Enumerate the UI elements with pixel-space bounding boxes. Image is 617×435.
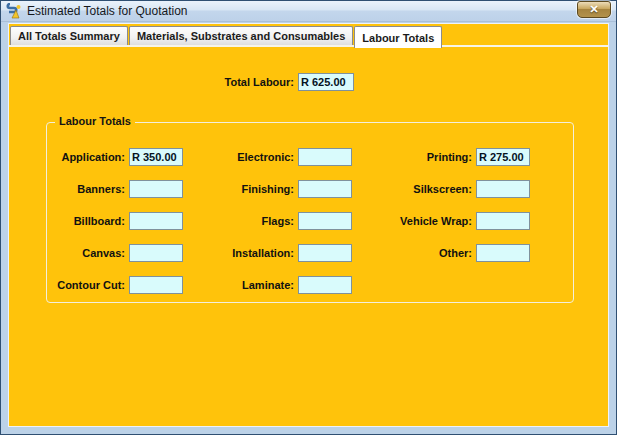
close-button[interactable]: ✕: [577, 1, 611, 18]
field-row: Contour Cut:: [53, 276, 183, 294]
labour-column-3: Printing:Silkscreen:Vehicle Wrap:Other:: [391, 148, 530, 262]
banners-field[interactable]: [129, 180, 183, 198]
labour-column-2: Electronic:Finishing:Flags:Installation:…: [217, 148, 352, 294]
field-row: Finishing:: [217, 180, 352, 198]
printing-label: Printing:: [391, 151, 472, 163]
labour-totals-groupbox-title: Labour Totals: [55, 115, 135, 127]
labour-column-1: Application:Banners:Billboard:Canvas:Con…: [53, 148, 183, 294]
silkscreen-field[interactable]: [476, 180, 530, 198]
installation-label: Installation:: [217, 247, 294, 259]
laminate-label: Laminate:: [217, 279, 294, 291]
labour-totals-tabpage: Total Labour: Labour Totals Application:…: [9, 47, 608, 426]
estimated-totals-window: Estimated Totals for Quotation ✕ All Tot…: [0, 0, 617, 435]
other-field[interactable]: [476, 244, 530, 262]
field-row: Vehicle Wrap:: [391, 212, 530, 230]
tab-materials-substrates-and-consumables[interactable]: Materials, Substrates and Consumables: [129, 26, 353, 45]
field-row: Billboard:: [53, 212, 183, 230]
canvas-field[interactable]: [129, 244, 183, 262]
finishing-label: Finishing:: [217, 183, 294, 195]
field-row: Banners:: [53, 180, 183, 198]
field-row: Electronic:: [217, 148, 352, 166]
installation-field[interactable]: [298, 244, 352, 262]
field-row: Printing:: [391, 148, 530, 166]
window-titlebar[interactable]: Estimated Totals for Quotation ✕: [1, 1, 616, 22]
field-row: Canvas:: [53, 244, 183, 262]
billboard-field[interactable]: [129, 212, 183, 230]
close-icon: ✕: [589, 4, 598, 15]
flags-label: Flags:: [217, 215, 294, 227]
other-label: Other:: [391, 247, 472, 259]
window-title: Estimated Totals for Quotation: [27, 4, 577, 18]
laminate-field[interactable]: [298, 276, 352, 294]
field-row: Laminate:: [217, 276, 352, 294]
banners-label: Banners:: [53, 183, 125, 195]
silkscreen-label: Silkscreen:: [391, 183, 472, 195]
vehicle-wrap-label: Vehicle Wrap:: [391, 215, 472, 227]
tab-strip: All Totals SummaryMaterials, Substrates …: [9, 26, 608, 45]
field-row: Installation:: [217, 244, 352, 262]
field-row: Flags:: [217, 212, 352, 230]
total-labour-field[interactable]: [298, 73, 354, 91]
tab-all-totals-summary[interactable]: All Totals Summary: [10, 26, 128, 45]
total-labour-row: Total Labour:: [9, 73, 354, 91]
tab-baseline: [9, 45, 608, 47]
contour-cut-field[interactable]: [129, 276, 183, 294]
canvas-label: Canvas:: [53, 247, 125, 259]
app-icon: [6, 3, 22, 19]
flags-field[interactable]: [298, 212, 352, 230]
application-field[interactable]: [129, 148, 183, 166]
electronic-label: Electronic:: [217, 151, 294, 163]
dialog-body: All Totals SummaryMaterials, Substrates …: [8, 23, 609, 427]
field-row: Other:: [391, 244, 530, 262]
vehicle-wrap-field[interactable]: [476, 212, 530, 230]
field-row: Application:: [53, 148, 183, 166]
contour-cut-label: Contour Cut:: [53, 279, 125, 291]
tab-labour-totals[interactable]: Labour Totals: [354, 26, 442, 48]
billboard-label: Billboard:: [53, 215, 125, 227]
total-labour-label: Total Labour:: [9, 76, 294, 88]
electronic-field[interactable]: [298, 148, 352, 166]
finishing-field[interactable]: [298, 180, 352, 198]
field-row: Silkscreen:: [391, 180, 530, 198]
labour-totals-groupbox: Labour Totals Application:Banners:Billbo…: [46, 122, 574, 303]
printing-field[interactable]: [476, 148, 530, 166]
application-label: Application:: [53, 151, 125, 163]
